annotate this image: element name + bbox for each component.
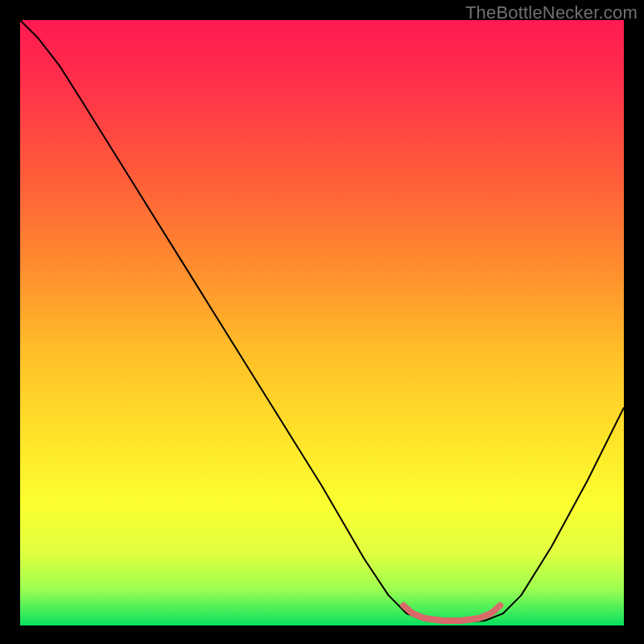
bottleneck-chart <box>20 20 624 625</box>
watermark-text: TheBottleNecker.com <box>465 2 638 23</box>
chart-background <box>20 20 624 625</box>
chart-frame <box>20 20 624 625</box>
